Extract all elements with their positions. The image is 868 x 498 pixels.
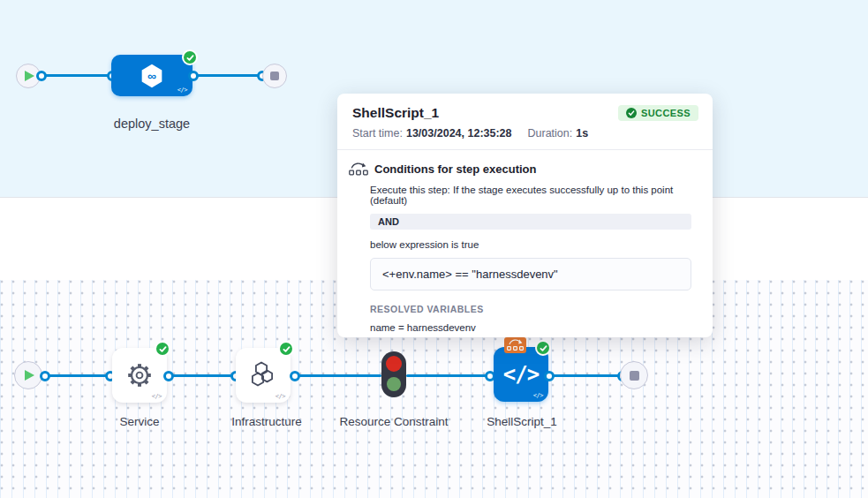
conditional-execution-badge — [504, 337, 526, 357]
step-label-shellscript: ShellScript_1 — [467, 413, 577, 432]
step-details-popover: ShellScript_1 SUCCESS Start time: 13/03/… — [337, 94, 713, 337]
code-mark-icon: </> — [275, 393, 285, 400]
conditional-execution-icon — [349, 162, 368, 177]
code-mark-icon: </> — [152, 393, 162, 400]
connector-point — [40, 371, 50, 381]
connector-line — [192, 74, 263, 77]
traffic-green-light-icon — [387, 377, 401, 391]
connector-point — [36, 71, 47, 81]
connector-line — [549, 374, 623, 377]
step-label-service: Service — [85, 413, 194, 432]
steps-end-node — [620, 361, 648, 389]
cd-hexagon-infinity-icon: ∞ — [137, 61, 167, 91]
success-check-icon — [535, 340, 551, 356]
shell-script-icon: </> — [503, 362, 539, 387]
conditions-heading: Conditions for step execution — [374, 162, 536, 176]
steps-start-node — [14, 361, 42, 389]
success-check-icon — [182, 49, 198, 65]
stage-end-node — [262, 64, 287, 88]
connector-point — [163, 371, 174, 381]
connector-line — [406, 374, 490, 377]
stop-icon — [270, 72, 279, 80]
popover-header: ShellScript_1 SUCCESS Start time: 13/03/… — [337, 94, 713, 150]
condition-execute-line: Execute this step: If the stage executes… — [370, 185, 691, 206]
connector-line — [41, 74, 113, 77]
status-badge: SUCCESS — [618, 105, 698, 121]
traffic-red-light-icon — [386, 356, 402, 372]
step-title: ShellScript_1 — [352, 105, 439, 121]
pipeline-execution-page: ∞ </> deploy_stage deploy_stage Started … — [0, 0, 868, 498]
connector-line — [44, 374, 111, 377]
deploy-stage-node[interactable]: ∞ </> — [111, 55, 192, 96]
step-timing: Start time: 13/03/2024, 12:35:28 Duratio… — [352, 127, 698, 140]
success-check-icon — [626, 108, 637, 118]
popover-body: Conditions for step execution Execute th… — [337, 150, 713, 333]
connector-point — [188, 71, 199, 81]
svg-text:∞: ∞ — [147, 68, 156, 82]
play-icon — [25, 71, 34, 81]
code-mark-icon: </> — [533, 392, 543, 399]
step-label-resource-constraint: Resource Constraint — [339, 413, 449, 432]
connector-line — [295, 374, 381, 377]
connector-point — [290, 371, 300, 381]
gear-icon — [123, 358, 156, 392]
resolved-variables-heading: RESOLVED VARIABLES — [370, 304, 691, 314]
hexagons-icon — [247, 359, 279, 391]
connector-point — [544, 371, 555, 381]
condition-operator-chip: AND — [370, 214, 691, 230]
success-check-icon — [155, 341, 170, 357]
resolved-variable-value: name = harnessdevenv — [370, 322, 691, 333]
stage-node-label: deploy_stage — [97, 114, 207, 133]
condition-expression-intro: below expression is true — [370, 239, 691, 250]
code-mark-icon: </> — [177, 87, 187, 94]
success-check-icon — [278, 341, 294, 357]
connector-line — [169, 374, 236, 377]
condition-expression-box: <+env.name> == "harnessdevenv" — [370, 258, 691, 290]
stop-icon — [630, 371, 639, 381]
play-icon — [25, 370, 34, 381]
step-label-infrastructure: Infrastructure — [212, 413, 321, 432]
resource-constraint-step-node[interactable] — [381, 351, 406, 397]
